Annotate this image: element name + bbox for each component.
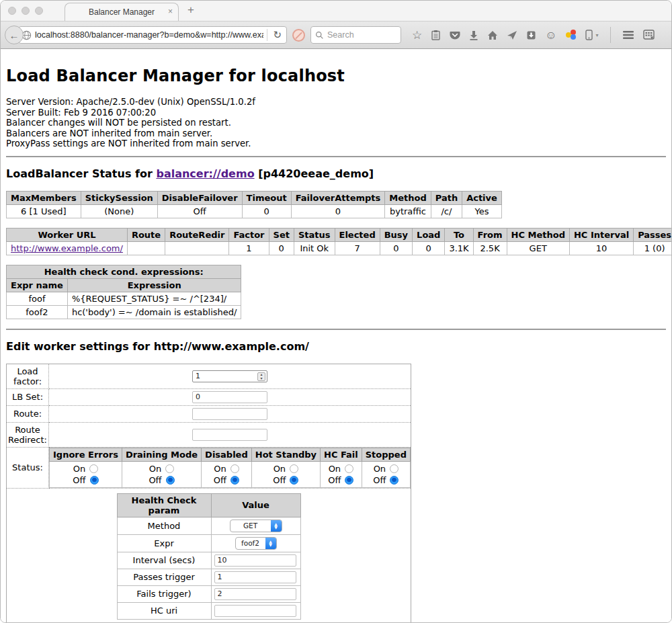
back-button[interactable]: ←: [5, 26, 24, 44]
hc-uri-label: HC uri: [117, 602, 211, 619]
lb-set-row: LB Set:: [7, 388, 411, 405]
search-input[interactable]: [327, 30, 396, 40]
tab-strip: Balancer Manager × +: [1, 1, 671, 21]
clipboard-icon[interactable]: [431, 30, 441, 40]
radio-off-label: Off: [273, 475, 286, 485]
persist-notice-line: Balancer changes will NOT be persisted o…: [6, 118, 666, 128]
download-arrow-icon[interactable]: [469, 30, 478, 40]
status-radio-cell-hot-standby: On Off: [251, 461, 320, 487]
device-menu-caret-icon[interactable]: ▾: [596, 32, 599, 38]
radio-on-hc-fail[interactable]: [345, 464, 353, 473]
column-header: DisableFailover: [157, 191, 242, 204]
number-spinner-icon[interactable]: ▴▾: [257, 372, 265, 381]
route-redirect-input[interactable]: [192, 429, 267, 441]
toolbar-separator: [610, 27, 611, 43]
route-input[interactable]: [192, 408, 267, 420]
heading-prefix: LoadBalancer Status for: [6, 167, 156, 180]
radio-on-label: On: [329, 464, 341, 474]
balancer-link[interactable]: balancer://demo: [156, 167, 254, 180]
maximize-window-button[interactable]: [35, 7, 43, 15]
close-window-button[interactable]: [8, 7, 16, 15]
radio-off-label: Off: [149, 475, 161, 485]
feedback-smiley-icon[interactable]: ☺: [545, 30, 556, 41]
url-bar[interactable]: ↻: [18, 26, 287, 44]
url-input[interactable]: [35, 30, 263, 40]
hamburger-menu-icon[interactable]: [622, 30, 634, 40]
browser-tab[interactable]: Balancer Manager ×: [65, 3, 179, 21]
column-header: FailoverAttempts: [291, 191, 385, 204]
radio-off-stopped[interactable]: [390, 476, 398, 485]
status-column-header: Stopped: [362, 448, 410, 461]
table-cell: /c/: [431, 204, 462, 218]
hc-passes-input[interactable]: [214, 571, 296, 583]
blocked-content-icon[interactable]: [292, 29, 305, 42]
table-row: foof %{REQUEST_STATUS} =~ /^[234]/: [7, 292, 241, 305]
column-header: To: [445, 228, 473, 241]
balancers-notice-line: Balancers are NOT inherited from main se…: [6, 128, 666, 139]
status-radio-cell-disabled: On Off: [202, 461, 252, 487]
server-version-line: Server Version: Apache/2.5.0-dev (Unix) …: [6, 97, 666, 108]
worker-url-link[interactable]: http://www.example.com/: [11, 243, 123, 253]
column-header: Busy: [380, 228, 412, 241]
minimize-window-button[interactable]: [22, 7, 30, 15]
hc-uri-input[interactable]: [214, 605, 296, 617]
new-tab-button[interactable]: +: [187, 3, 194, 17]
server-info: Server Version: Apache/2.5.0-dev (Unix) …: [6, 97, 666, 149]
status-radio-cell-hc-fail: On Off: [321, 461, 362, 487]
radio-on-draining-mode[interactable]: [165, 464, 174, 473]
reload-icon[interactable]: ↻: [271, 29, 284, 41]
radio-off-draining-mode[interactable]: [166, 476, 175, 485]
lb-set-input[interactable]: [192, 391, 267, 403]
radio-off-label: Off: [214, 475, 226, 485]
radio-on-label: On: [73, 464, 85, 474]
hc-interval-input[interactable]: [214, 554, 296, 567]
pocket-icon[interactable]: [450, 30, 460, 40]
radio-on-ignore-errors[interactable]: [89, 464, 98, 473]
window-controls: [8, 7, 43, 15]
select-stepper-icon: ▲▼: [265, 538, 276, 549]
table-title: Health check cond. expressions:: [7, 265, 241, 278]
hc-expr-select[interactable]: foof2 ▲▼: [235, 537, 277, 550]
hc-fails-row: Fails trigger): [117, 585, 300, 602]
radio-off-disabled[interactable]: [230, 476, 239, 485]
column-header: Active: [462, 191, 502, 204]
route-redirect-label: Route Redirect:: [7, 422, 49, 447]
lb-set-label: LB Set:: [7, 388, 49, 405]
hc-passes-row: Passes trigger: [117, 569, 300, 585]
hc-method-select[interactable]: GET ▲▼: [230, 520, 282, 532]
browser-window: Balancer Manager × + ← ↻ ☆: [0, 0, 672, 623]
tab-close-icon[interactable]: ×: [168, 7, 173, 16]
worker-status-table: Worker URL Route RouteRedir Factor Set S…: [6, 228, 671, 255]
table-cell: [127, 241, 165, 255]
edit-worker-heading: Edit worker settings for http://www.exam…: [6, 340, 666, 353]
radio-on-disabled[interactable]: [230, 464, 239, 473]
hc-fails-input[interactable]: [214, 588, 296, 600]
balancer-status-table: MaxMembers StickySession DisableFailover…: [6, 191, 502, 218]
radio-off-ignore-errors[interactable]: [90, 476, 99, 485]
mobile-device-icon[interactable]: [585, 30, 593, 40]
table-cell: 10: [569, 241, 633, 255]
column-header: Set: [269, 228, 294, 241]
table-cell: 3.1K: [445, 241, 473, 255]
load-factor-input[interactable]: [192, 370, 267, 382]
table-header-row: Worker URL Route RouteRedir Factor Set S…: [7, 228, 672, 241]
send-plane-icon[interactable]: [507, 30, 517, 40]
radio-on-label: On: [214, 464, 226, 474]
radio-off-hc-fail[interactable]: [345, 476, 353, 485]
search-bar[interactable]: [310, 26, 401, 44]
home-icon[interactable]: [487, 30, 498, 40]
radio-on-stopped[interactable]: [390, 464, 398, 473]
radio-off-hot-standby[interactable]: [290, 476, 298, 485]
table-cell: 0: [413, 241, 445, 255]
status-radio-cell-stopped: On Off: [362, 461, 410, 487]
radio-off-label: Off: [328, 475, 341, 485]
table-title-row: Health check cond. expressions:: [7, 265, 241, 278]
heading-suffix: [p4420eeae_demo]: [255, 167, 374, 180]
radio-on-hot-standby[interactable]: [290, 464, 298, 473]
extension-dots-icon[interactable]: [566, 30, 577, 40]
download-panel-icon[interactable]: [526, 30, 536, 40]
load-factor-label: Load factor:: [7, 364, 49, 388]
apps-grid-icon[interactable]: [643, 30, 655, 40]
radio-on-label: On: [374, 464, 386, 474]
bookmark-star-icon[interactable]: ☆: [412, 30, 422, 41]
